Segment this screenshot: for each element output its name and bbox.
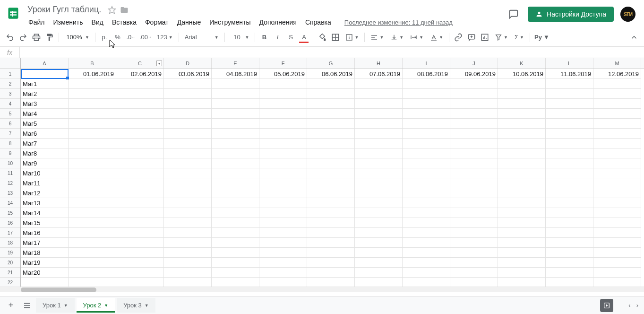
cell[interactable] (450, 228, 498, 238)
cell[interactable] (498, 258, 546, 268)
cell[interactable]: Маг9 (21, 158, 69, 168)
collapse-toolbar-icon[interactable] (628, 31, 640, 44)
nav-left-icon[interactable]: ‹ (627, 300, 632, 311)
percent-format-icon[interactable]: % (112, 31, 124, 44)
cell[interactable] (593, 109, 641, 119)
cell[interactable] (450, 99, 498, 109)
cell[interactable] (212, 158, 259, 168)
merge-cells-icon[interactable]: ▼ (343, 31, 361, 44)
cell[interactable] (355, 278, 403, 288)
cell[interactable] (403, 198, 450, 208)
cell[interactable] (307, 268, 355, 278)
cell[interactable] (164, 188, 212, 198)
cell[interactable] (355, 79, 403, 89)
cell[interactable] (212, 198, 259, 208)
cell[interactable] (212, 148, 259, 158)
bold-icon[interactable]: B (258, 31, 270, 44)
increase-decimal-icon[interactable]: .00→ (138, 31, 153, 44)
cell[interactable] (546, 89, 593, 99)
star-icon[interactable] (108, 6, 116, 14)
formula-input[interactable] (20, 47, 644, 58)
cell[interactable] (307, 109, 355, 119)
cell[interactable] (355, 89, 403, 99)
cell[interactable] (212, 208, 259, 218)
row-header[interactable]: 19 (0, 248, 20, 258)
cell[interactable] (450, 188, 498, 198)
cell[interactable] (116, 268, 164, 278)
cell[interactable] (259, 188, 307, 198)
cell[interactable] (355, 158, 403, 168)
cell[interactable] (498, 129, 546, 139)
add-sheet-icon[interactable]: + (4, 298, 18, 313)
cell[interactable] (164, 99, 212, 109)
cell[interactable] (116, 208, 164, 218)
paint-format-icon[interactable] (43, 31, 56, 44)
col-header-L[interactable]: L (546, 58, 593, 69)
font-size-dropdown[interactable]: 10▼ (228, 31, 252, 44)
cell[interactable] (307, 228, 355, 238)
cell[interactable] (307, 238, 355, 248)
cell[interactable] (355, 139, 403, 148)
cell[interactable] (116, 89, 164, 99)
cell[interactable] (450, 139, 498, 148)
cell[interactable] (307, 248, 355, 258)
cell[interactable] (212, 188, 259, 198)
folder-icon[interactable] (120, 6, 129, 14)
cell[interactable] (403, 129, 450, 139)
row-header[interactable]: 2 (0, 79, 20, 89)
cell[interactable]: Маг1 (21, 79, 69, 89)
cell[interactable] (355, 99, 403, 109)
fill-color-icon[interactable] (316, 31, 328, 44)
cell[interactable] (212, 178, 259, 188)
cell[interactable] (546, 208, 593, 218)
cell[interactable] (212, 79, 259, 89)
cell[interactable]: Маг19 (21, 258, 69, 268)
text-rotation-icon[interactable]: ▼ (427, 31, 446, 44)
cell[interactable]: Маг2 (21, 89, 69, 99)
cell[interactable]: 02.06.2019 (116, 69, 164, 79)
cell[interactable] (403, 109, 450, 119)
cell[interactable] (307, 129, 355, 139)
cell[interactable] (546, 119, 593, 129)
cell[interactable] (403, 278, 450, 288)
cell[interactable] (593, 89, 641, 99)
sheet-tab-1[interactable]: Урок 1▼ (36, 298, 75, 313)
cell[interactable] (593, 218, 641, 228)
cell[interactable] (69, 89, 116, 99)
number-format-dropdown[interactable]: 123▼ (154, 31, 176, 44)
cell[interactable] (212, 139, 259, 148)
select-all-cell[interactable] (0, 58, 21, 69)
menu-file[interactable]: Файл (25, 17, 48, 28)
cell[interactable] (450, 109, 498, 119)
cell[interactable] (164, 198, 212, 208)
cell[interactable] (212, 119, 259, 129)
zoom-dropdown[interactable]: 100%▼ (62, 31, 92, 44)
cell[interactable]: Маг3 (21, 99, 69, 109)
row-header[interactable]: 21 (0, 268, 20, 278)
sheets-logo[interactable] (4, 4, 23, 23)
menu-format[interactable]: Формат (141, 17, 172, 28)
sheet-tab-3[interactable]: Урок 3▼ (117, 298, 155, 313)
text-wrap-icon[interactable]: ▼ (407, 31, 426, 44)
cell[interactable] (593, 119, 641, 129)
cell[interactable] (403, 228, 450, 238)
cell[interactable] (498, 158, 546, 168)
cell[interactable] (212, 218, 259, 228)
cell[interactable] (450, 79, 498, 89)
cell[interactable] (164, 89, 212, 99)
cell[interactable] (259, 168, 307, 178)
spreadsheet-grid[interactable]: A B C▾ D E F G H I J K L M 1234567891011… (0, 58, 644, 292)
nav-right-icon[interactable]: › (635, 300, 640, 311)
cell[interactable]: Маг8 (21, 148, 69, 158)
cell[interactable] (546, 268, 593, 278)
cell[interactable] (546, 258, 593, 268)
cell[interactable] (546, 278, 593, 288)
cell[interactable] (307, 99, 355, 109)
input-tools-icon[interactable]: Ру▼ (533, 31, 551, 44)
cell[interactable] (593, 268, 641, 278)
cell[interactable] (69, 228, 116, 238)
cell[interactable]: Маг14 (21, 208, 69, 218)
col-header-H[interactable]: H (355, 58, 403, 69)
row-header[interactable]: 16 (0, 218, 20, 228)
cell[interactable]: Маг18 (21, 248, 69, 258)
